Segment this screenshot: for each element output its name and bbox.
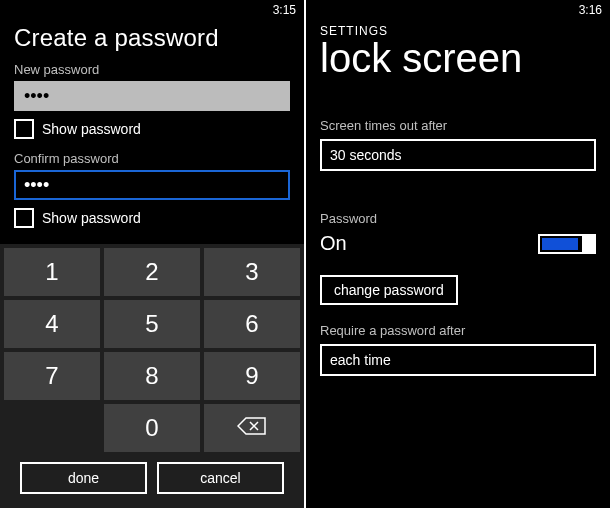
confirm-password-value: •••• xyxy=(24,175,49,196)
key-7[interactable]: 7 xyxy=(4,352,100,400)
key-empty xyxy=(4,404,100,452)
new-password-label: New password xyxy=(14,62,290,77)
key-1[interactable]: 1 xyxy=(4,248,100,296)
password-section-label: Password xyxy=(320,211,596,226)
require-password-label: Require a password after xyxy=(320,323,596,338)
change-password-label: change password xyxy=(334,282,444,298)
require-password-value: each time xyxy=(330,352,391,368)
clock: 3:16 xyxy=(579,3,602,17)
password-toggle[interactable] xyxy=(538,234,596,254)
key-2[interactable]: 2 xyxy=(104,248,200,296)
lock-screen-settings: 3:16 SETTINGS lock screen Screen times o… xyxy=(306,0,610,508)
key-8[interactable]: 8 xyxy=(104,352,200,400)
numeric-keypad: 1 2 3 4 5 6 7 8 9 0 done cancel xyxy=(0,244,304,508)
timeout-value: 30 seconds xyxy=(330,147,402,163)
toggle-fill xyxy=(542,238,578,250)
key-0[interactable]: 0 xyxy=(104,404,200,452)
key-3[interactable]: 3 xyxy=(204,248,300,296)
show-password-label-1: Show password xyxy=(42,121,141,137)
timeout-label: Screen times out after xyxy=(320,118,596,133)
checkbox-icon[interactable] xyxy=(14,119,34,139)
password-toggle-state: On xyxy=(320,232,347,255)
clock: 3:15 xyxy=(273,3,296,17)
confirm-password-input[interactable]: •••• xyxy=(14,170,290,200)
key-6[interactable]: 6 xyxy=(204,300,300,348)
key-9[interactable]: 9 xyxy=(204,352,300,400)
status-bar: 3:15 xyxy=(0,0,304,20)
new-password-input[interactable]: •••• xyxy=(14,81,290,111)
key-4[interactable]: 4 xyxy=(4,300,100,348)
change-password-button[interactable]: change password xyxy=(320,275,458,305)
page-title: Create a password xyxy=(14,24,290,52)
timeout-select[interactable]: 30 seconds xyxy=(320,139,596,171)
done-button[interactable]: done xyxy=(20,462,147,494)
create-password-screen: 3:15 Create a password New password ••••… xyxy=(0,0,304,508)
backspace-icon xyxy=(237,415,267,441)
key-backspace[interactable] xyxy=(204,404,300,452)
checkbox-icon[interactable] xyxy=(14,208,34,228)
confirm-password-label: Confirm password xyxy=(14,151,290,166)
show-password-row-1[interactable]: Show password xyxy=(14,119,290,139)
new-password-value: •••• xyxy=(24,86,49,107)
show-password-label-2: Show password xyxy=(42,210,141,226)
toggle-thumb xyxy=(582,234,594,254)
key-5[interactable]: 5 xyxy=(104,300,200,348)
show-password-row-2[interactable]: Show password xyxy=(14,208,290,228)
cancel-button[interactable]: cancel xyxy=(157,462,284,494)
status-bar: 3:16 xyxy=(306,0,610,20)
require-password-select[interactable]: each time xyxy=(320,344,596,376)
settings-title: lock screen xyxy=(320,38,596,78)
